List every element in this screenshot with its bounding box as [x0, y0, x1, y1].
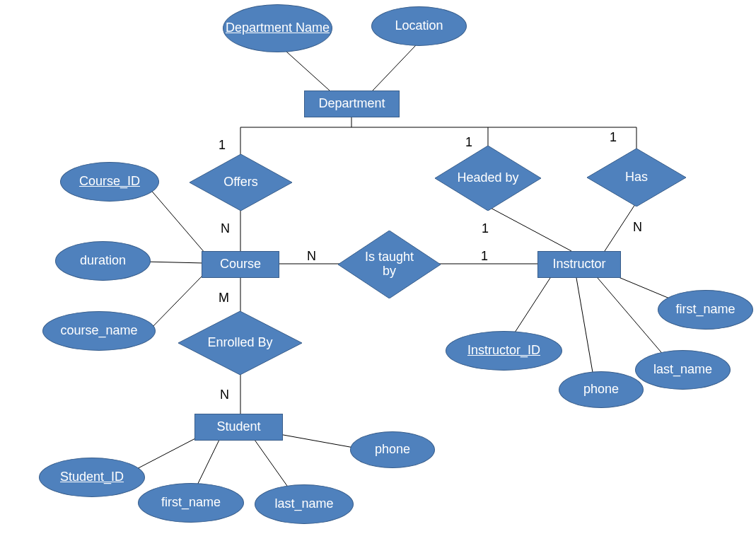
attr-course-id: Course_ID — [60, 162, 159, 202]
entity-course: Course — [202, 251, 279, 278]
rel-offers: Offers — [190, 154, 292, 211]
card-has-instr: N — [633, 220, 642, 235]
card-enrolled-student: N — [220, 388, 229, 402]
svg-line-9 — [605, 202, 636, 251]
card-headed-instr: 1 — [482, 221, 489, 236]
card-headed-dept: 1 — [465, 135, 472, 150]
svg-line-8 — [488, 206, 571, 251]
attr-student-id: Student_ID — [39, 458, 145, 497]
attr-department-name: Department Name — [223, 4, 332, 52]
attr-instructor-id: Instructor_ID — [446, 331, 562, 371]
rel-headed-by-label: Headed by — [453, 171, 523, 185]
attr-location: Location — [371, 6, 467, 46]
rel-has-label: Has — [621, 170, 652, 185]
card-has-dept: 1 — [610, 130, 617, 145]
card-enrolled-course: M — [219, 291, 229, 306]
entity-instructor: Instructor — [537, 251, 621, 278]
rel-offers-label: Offers — [219, 175, 262, 190]
svg-line-0 — [286, 52, 330, 91]
attr-instr-phone: phone — [559, 371, 644, 408]
rel-has: Has — [587, 149, 686, 206]
svg-line-18 — [576, 278, 594, 380]
attr-instr-first-name: first_name — [658, 290, 753, 330]
rel-enrolled-by: Enrolled By — [178, 311, 302, 375]
card-taught-course: N — [307, 249, 316, 264]
rel-headed-by: Headed by — [435, 146, 541, 211]
attr-stud-phone: phone — [350, 431, 435, 468]
attr-instr-last-name: last_name — [635, 350, 731, 390]
card-offers-dept: 1 — [219, 138, 226, 153]
attr-stud-last-name: last_name — [255, 484, 354, 524]
entity-department: Department — [304, 91, 400, 117]
attr-course-name: course_name — [42, 311, 156, 351]
rel-enrolled-by-label: Enrolled By — [203, 336, 277, 350]
attr-stud-first-name: first_name — [138, 483, 244, 523]
attr-duration: duration — [55, 241, 151, 281]
svg-line-1 — [373, 45, 416, 91]
card-offers-course: N — [221, 221, 230, 236]
card-taught-instr: 1 — [481, 249, 488, 264]
svg-line-15 — [145, 262, 204, 263]
entity-student: Student — [194, 414, 283, 441]
rel-is-taught-by: Is taught by — [338, 231, 441, 298]
rel-is-taught-by-label: Is taught by — [357, 250, 422, 279]
